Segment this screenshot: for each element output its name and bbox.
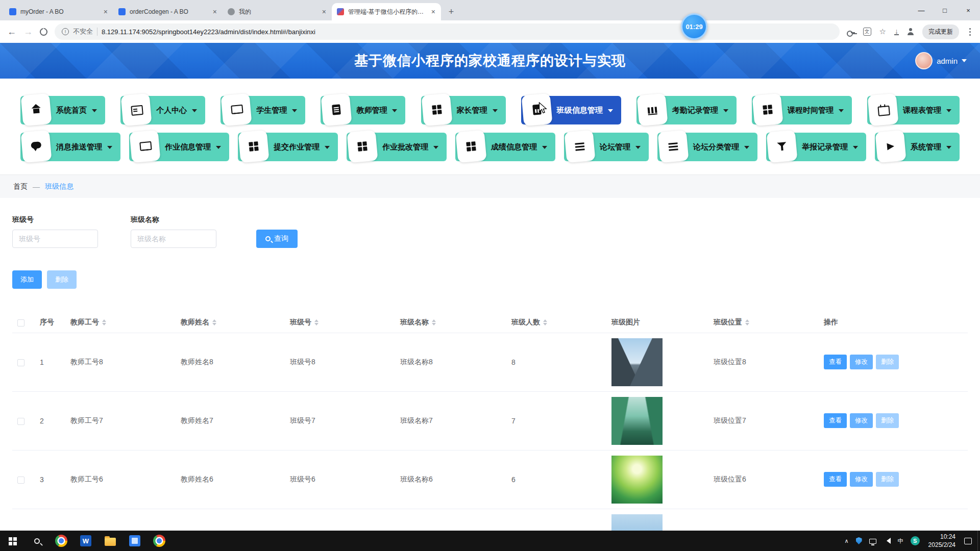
nav-icon-tile <box>20 130 52 163</box>
sort-icon[interactable] <box>102 317 106 328</box>
password-key-icon[interactable] <box>847 31 855 35</box>
nav-item-作业信息管理[interactable]: 作业信息管理 <box>129 133 229 161</box>
network-icon[interactable] <box>866 531 880 551</box>
nav-item-课程时间管理[interactable]: 课程时间管理 <box>752 96 852 124</box>
address-bar[interactable]: ! 不安全 8.129.11.174:9052/springboot14ey22… <box>55 23 840 40</box>
sort-icon[interactable] <box>543 317 547 328</box>
nav-item-论坛管理[interactable]: 论坛管理 <box>564 133 649 161</box>
class-name-input[interactable] <box>131 230 216 248</box>
nav-item-举报记录管理[interactable]: 举报记录管理 <box>766 133 866 161</box>
menu-kebab-icon[interactable] <box>969 31 971 33</box>
cell-teacher-name: 教师姓名6 <box>176 450 285 509</box>
chevron-down-icon <box>839 109 844 115</box>
search-button[interactable]: 查询 <box>256 230 298 248</box>
close-tab-icon[interactable]: × <box>430 8 437 16</box>
notifications-icon[interactable] <box>961 531 975 551</box>
delete-row-button[interactable]: 删除 <box>876 355 899 369</box>
taskbar-clock[interactable]: 10:24 2025/2/24 <box>923 533 961 549</box>
edit-button[interactable]: 修改 <box>850 472 873 487</box>
search-icon <box>265 236 271 241</box>
back-icon[interactable]: ← <box>7 27 16 37</box>
view-button[interactable]: 查看 <box>824 413 847 428</box>
browser-tab[interactable]: 管理端-基于微信小程序的家校... × <box>332 3 441 20</box>
show-desktop-button[interactable] <box>977 531 980 551</box>
delete-row-button[interactable]: 删除 <box>876 413 899 428</box>
nav-item-系统管理[interactable]: 系统管理 <box>875 133 960 161</box>
view-button[interactable]: 查看 <box>824 472 847 487</box>
user-menu[interactable]: admin <box>915 52 967 69</box>
start-button[interactable] <box>0 531 24 551</box>
sort-icon[interactable] <box>745 317 749 328</box>
breadcrumb-home[interactable]: 首页 <box>13 182 28 191</box>
row-checkbox[interactable] <box>17 477 24 484</box>
row-checkbox[interactable] <box>17 418 24 425</box>
taskbar-app[interactable] <box>122 531 147 551</box>
close-tab-icon[interactable]: × <box>321 8 328 16</box>
nav-item-课程表管理[interactable]: 课程表管理 <box>867 96 960 124</box>
chrome-update-button[interactable]: 完成更新 <box>922 24 959 39</box>
refresh-icon[interactable] <box>40 28 47 36</box>
profile-icon[interactable] <box>907 28 914 35</box>
new-tab-button[interactable]: + <box>444 5 458 19</box>
nav-item-论坛分类管理[interactable]: 论坛分类管理 <box>657 133 757 161</box>
nav-item-家长管理[interactable]: 家长管理 <box>421 96 506 124</box>
taskbar-chrome-1[interactable] <box>49 531 74 551</box>
nav-item-成绩信息管理[interactable]: 成绩信息管理 <box>455 133 555 161</box>
nav-item-作业批改管理[interactable]: 作业批改管理 <box>347 133 447 161</box>
nav-item-教师管理[interactable]: 教师管理 <box>321 96 405 124</box>
nav-item-班级信息管理[interactable]: 班级信息管理 <box>521 96 621 124</box>
sort-icon[interactable] <box>314 317 318 328</box>
username: admin <box>937 57 958 65</box>
sogou-icon[interactable]: S <box>907 531 923 551</box>
column-label: 班级人数 <box>511 317 540 325</box>
calendar-icon <box>877 104 889 116</box>
volume-icon[interactable] <box>880 531 894 551</box>
maximize-button[interactable]: □ <box>933 0 957 20</box>
taskbar-search[interactable] <box>24 531 49 551</box>
screen-timer-badge[interactable]: 01:29 <box>681 13 707 40</box>
minimize-button[interactable]: — <box>910 0 933 20</box>
delete-button[interactable]: 删除 <box>47 270 77 289</box>
home-icon <box>30 104 42 116</box>
browser-tab[interactable]: orderCodegen - A BO × <box>113 3 223 20</box>
chevron-down-icon <box>608 109 613 115</box>
close-window-button[interactable]: × <box>957 0 980 20</box>
edit-button[interactable]: 修改 <box>850 413 873 428</box>
translate-icon[interactable]: 文 <box>863 28 871 36</box>
bookmark-star-icon[interactable]: ☆ <box>879 27 886 36</box>
column-header-teacher_name: 教师姓名 <box>176 312 285 333</box>
taskbar-explorer[interactable] <box>98 531 122 551</box>
sort-icon[interactable] <box>212 317 216 328</box>
nav-item-个人中心[interactable]: 个人中心 <box>120 96 205 124</box>
table-row: 查看修改删除 <box>12 509 968 531</box>
chevron-down-icon <box>192 109 197 115</box>
ime-indicator[interactable]: 中 <box>894 531 907 551</box>
downloads-icon[interactable]: ↓ <box>894 28 899 35</box>
browser-tab[interactable]: myOrder - A BO × <box>4 3 113 20</box>
nav-item-考勤记录管理[interactable]: 考勤记录管理 <box>636 96 737 124</box>
select-all-checkbox[interactable] <box>17 319 24 327</box>
delete-row-button[interactable]: 删除 <box>876 472 899 487</box>
nav-item-消息推送管理[interactable]: 消息推送管理 <box>20 133 120 161</box>
defender-shield-icon[interactable] <box>852 531 866 551</box>
avatar[interactable] <box>915 52 933 69</box>
close-tab-icon[interactable]: × <box>211 8 218 16</box>
tray-chevron-up-icon[interactable]: ∧ <box>841 531 852 551</box>
edit-button[interactable]: 修改 <box>850 355 873 369</box>
row-checkbox[interactable] <box>17 359 24 366</box>
taskbar-chrome-2[interactable] <box>147 531 172 551</box>
forward-icon[interactable]: → <box>23 27 33 37</box>
close-tab-icon[interactable]: × <box>102 8 109 16</box>
nav-item-提交作业管理[interactable]: 提交作业管理 <box>238 133 338 161</box>
taskbar-word[interactable]: W <box>74 531 98 551</box>
view-button[interactable]: 查看 <box>824 355 847 369</box>
nav-item-系统首页[interactable]: 系统首页 <box>20 96 105 124</box>
add-button[interactable]: 添加 <box>12 270 42 289</box>
sort-icon[interactable] <box>432 317 436 328</box>
class-no-input[interactable] <box>12 230 98 248</box>
bars-icon <box>646 104 658 116</box>
site-info-icon[interactable]: ! <box>62 28 69 35</box>
cell-index <box>35 509 65 531</box>
nav-item-学生管理[interactable]: 学生管理 <box>220 96 305 124</box>
browser-tab[interactable]: 我的 × <box>223 3 332 20</box>
